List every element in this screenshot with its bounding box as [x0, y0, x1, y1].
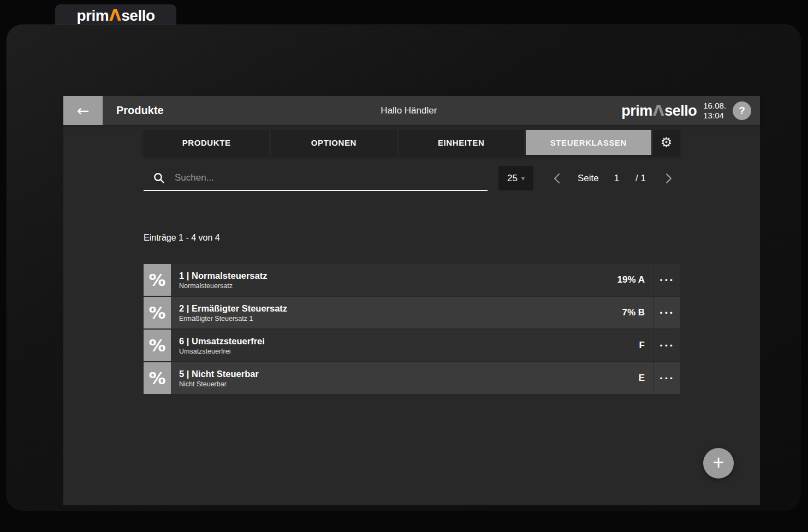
app-header: ← Produkte Hallo Händler primΛsello 16.0…	[63, 96, 760, 125]
search-input[interactable]	[175, 172, 459, 183]
row-menu-button[interactable]: •••	[653, 330, 680, 361]
row-title: 1 | Normalsteuersatz	[179, 270, 617, 282]
row-subtitle: Normalsteuersatz	[179, 282, 617, 290]
table-row[interactable]: %6 | UmsatzsteuerfreiUmsatzsteuerfreiF••…	[144, 330, 680, 361]
logo-text: sello	[664, 103, 697, 119]
browser-tab[interactable]: primΛsello	[55, 4, 176, 26]
percent-glyph: %	[148, 303, 165, 322]
page-size-value: 25	[507, 173, 518, 184]
tax-class-list: %1 | NormalsteuersatzNormalsteuersatz19%…	[144, 264, 680, 394]
row-value: 19% A	[617, 264, 653, 296]
page-label: Seite	[578, 173, 599, 184]
tab-optionen[interactable]: OPTIONEN	[271, 130, 396, 155]
tab-label: OPTIONEN	[311, 138, 357, 147]
row-value: F	[639, 330, 653, 361]
plus-icon: +	[712, 453, 724, 473]
percent-icon: %	[144, 297, 171, 328]
entries-summary: Einträge 1 - 4 von 4	[144, 233, 220, 243]
row-subtitle: Nicht Steuerbar	[179, 380, 639, 388]
datetime: 16.08. 13:04	[703, 101, 726, 120]
percent-glyph: %	[148, 368, 165, 388]
row-menu-button[interactable]: •••	[653, 297, 680, 328]
table-row[interactable]: %5 | Nicht SteuerbarNicht SteuerbarE•••	[144, 362, 680, 394]
row-title: 2 | Ermäßigter Steuersatz	[179, 302, 622, 314]
tab-label: EINHEITEN	[438, 138, 484, 147]
search-field[interactable]	[144, 166, 488, 191]
row-menu-button[interactable]: •••	[653, 264, 680, 296]
help-button[interactable]: ?	[733, 101, 751, 120]
ellipsis-icon: •••	[659, 374, 674, 382]
row-subtitle: Umsatzsteuerfrei	[179, 347, 639, 356]
time-text: 13:04	[703, 111, 726, 120]
ellipsis-icon: •••	[659, 309, 674, 317]
row-main: 2 | Ermäßigter SteuersatzErmäßigter Steu…	[171, 297, 622, 328]
logo-lambda-icon: Λ	[109, 7, 121, 25]
search-icon	[153, 172, 165, 184]
row-value: E	[639, 362, 653, 394]
add-button[interactable]: +	[703, 448, 734, 479]
pagination: Seite 1 / 1	[546, 166, 680, 190]
tab-label: STEUERKLASSEN	[550, 138, 627, 147]
tab-steuerklassen[interactable]: STEUERKLASSEN	[526, 130, 651, 155]
percent-icon: %	[144, 264, 171, 296]
back-arrow-icon: ←	[77, 103, 90, 118]
content-area: PRODUKTEOPTIONENEINHEITENSTEUERKLASSEN ⚙…	[144, 125, 680, 505]
total-pages: / 1	[635, 173, 646, 184]
percent-glyph: %	[148, 336, 165, 355]
tab-bar: PRODUKTEOPTIONENEINHEITENSTEUERKLASSEN ⚙	[144, 130, 680, 155]
row-subtitle: Ermäßigter Steuersatz 1	[179, 314, 622, 323]
row-title: 6 | Umsatzsteuerfrei	[179, 335, 639, 347]
question-mark-icon: ?	[739, 105, 745, 117]
current-page: 1	[614, 173, 619, 184]
settings-button[interactable]: ⚙	[653, 130, 680, 155]
logo-text: prim	[76, 7, 109, 24]
row-main: 5 | Nicht SteuerbarNicht Steuerbar	[171, 362, 639, 394]
tab-produkte[interactable]: PRODUKTE	[144, 130, 269, 155]
app-panel: ← Produkte Hallo Händler primΛsello 16.0…	[63, 96, 760, 505]
header-right: primΛsello 16.08. 13:04 ?	[621, 101, 760, 120]
screen: primΛsello ← Produkte Hallo Händler prim…	[0, 0, 808, 532]
row-title: 5 | Nicht Steuerbar	[179, 368, 639, 380]
table-row[interactable]: %1 | NormalsteuersatzNormalsteuersatz19%…	[144, 264, 680, 296]
greeting-text: Hallo Händler	[381, 105, 437, 116]
logo-lambda-icon: Λ	[652, 102, 664, 119]
next-page-button[interactable]	[658, 166, 680, 190]
primasello-logo: primΛsello	[621, 102, 697, 119]
primasello-logo: primΛsello	[76, 7, 155, 25]
chevron-right-icon	[666, 173, 672, 184]
prev-page-button[interactable]	[546, 166, 568, 190]
percent-icon: %	[144, 362, 171, 394]
back-button[interactable]: ←	[63, 96, 103, 125]
logo-text: sello	[121, 7, 155, 24]
tab-label: PRODUKTE	[182, 138, 231, 147]
page-size-select[interactable]: 25 ▾	[498, 166, 533, 190]
chevron-left-icon	[554, 173, 560, 184]
percent-glyph: %	[148, 270, 165, 290]
toolbar: 25 ▾ Seite 1 / 1	[144, 166, 680, 191]
row-menu-button[interactable]: •••	[653, 362, 680, 394]
chevron-down-icon: ▾	[521, 175, 525, 182]
ellipsis-icon: •••	[659, 342, 674, 350]
row-main: 1 | NormalsteuersatzNormalsteuersatz	[171, 264, 617, 296]
table-row[interactable]: %2 | Ermäßigter SteuersatzErmäßigter Ste…	[144, 297, 680, 328]
row-main: 6 | UmsatzsteuerfreiUmsatzsteuerfrei	[171, 330, 639, 361]
logo-text: prim	[621, 103, 652, 119]
percent-icon: %	[144, 330, 171, 361]
tab-einheiten[interactable]: EINHEITEN	[399, 130, 524, 155]
page-title: Produkte	[116, 104, 164, 117]
row-value: 7% B	[622, 297, 653, 328]
date-text: 16.08.	[703, 101, 726, 110]
gear-icon: ⚙	[661, 136, 673, 149]
device-frame: ← Produkte Hallo Händler primΛsello 16.0…	[7, 25, 801, 511]
ellipsis-icon: •••	[659, 276, 674, 284]
